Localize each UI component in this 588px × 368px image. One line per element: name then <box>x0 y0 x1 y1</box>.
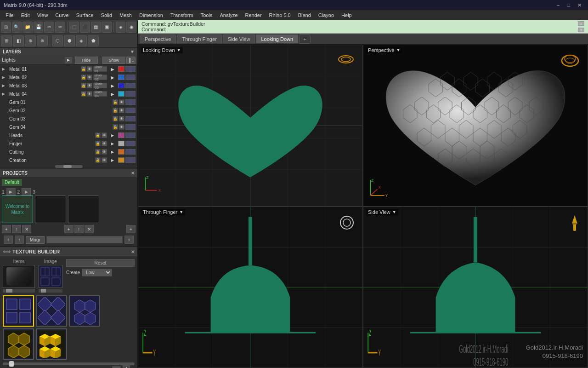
tb-btn-24[interactable]: ⊗ <box>37 35 48 46</box>
tile-x-up[interactable]: ▲ <box>123 365 130 368</box>
tb-btn-23[interactable]: ⊕ <box>25 35 36 46</box>
viewport-looking-down[interactable]: Z X Looking Down ▼ <box>138 45 363 207</box>
gem03-eye[interactable]: 👁 <box>119 116 124 121</box>
finger-expand[interactable]: ▶ <box>108 141 117 146</box>
menu-item-analyze[interactable]: Analyze <box>216 12 241 19</box>
layer-row-finger[interactable]: Finger 🔒 👁 ▶ <box>0 139 137 148</box>
menu-item-edit[interactable]: Edit <box>17 12 34 19</box>
layer-row-cutting[interactable]: Cutting 🔒 👁 ▶ <box>0 148 137 156</box>
layer-lights[interactable]: Lights <box>2 58 65 63</box>
menu-item-clayoo[interactable]: Clayoo <box>315 12 338 19</box>
expand-icon-2[interactable]: ▶ <box>108 75 117 80</box>
nav-arrow-end[interactable]: ▶ <box>22 188 31 196</box>
menu-item-help[interactable]: Help <box>338 12 356 19</box>
pattern-gold-hex[interactable] <box>3 328 34 360</box>
color-swatch-metal04[interactable] <box>118 91 124 97</box>
menu-item-file[interactable]: File <box>2 12 17 19</box>
cutting-expand[interactable]: ▶ <box>108 149 117 155</box>
vp-dropdown-looking-down[interactable]: ▼ <box>177 48 181 52</box>
tb-btn-3[interactable]: 📁 <box>23 22 33 33</box>
projects-close[interactable]: ✕ <box>131 171 135 176</box>
cutting-color[interactable] <box>118 149 124 155</box>
tb-btn-11[interactable]: ◈ <box>116 22 126 33</box>
default-label[interactable]: Default <box>2 179 22 186</box>
tb-close[interactable]: ✕ <box>131 249 135 254</box>
tile-x-stepper[interactable]: ▲ ▼ <box>123 365 130 368</box>
tab-side-view[interactable]: Side View <box>223 34 255 43</box>
creation-eye[interactable]: 👁 <box>102 157 107 163</box>
cutting-icon[interactable]: 🔒 <box>95 149 101 155</box>
menu-item-blend[interactable]: Blend <box>294 12 315 19</box>
viewport-perspective[interactable]: Z Y X Perspective ▼ <box>363 45 588 207</box>
project-action-move[interactable]: ↑ <box>74 225 84 233</box>
layer-row-gem01[interactable]: Gem 01 🔒 👁 <box>0 98 137 106</box>
menu-item-solid[interactable]: Solid <box>97 12 116 19</box>
lock-icon[interactable]: 🔒 <box>81 66 86 72</box>
project-thumb-3[interactable] <box>68 196 99 223</box>
gem02-icon[interactable]: 🔒 <box>113 108 118 113</box>
menu-item-dimension[interactable]: Dimension <box>136 12 167 19</box>
tb-btn-27[interactable]: ◈ <box>76 35 87 46</box>
tb-btn-12[interactable]: ◉ <box>126 22 136 33</box>
lock-icon-4[interactable]: 🔒 <box>81 91 86 97</box>
projects-header[interactable]: PROJECTS ✕ <box>0 169 137 177</box>
tab-add[interactable]: + <box>299 34 310 44</box>
layer-expand-btn[interactable]: ▶ <box>65 57 72 63</box>
cutting-eye[interactable]: 👁 <box>102 149 107 155</box>
show-button[interactable]: Show <box>102 57 125 64</box>
heads-expand[interactable]: ▶ <box>108 132 117 138</box>
menu-item-render[interactable]: Render <box>242 12 266 19</box>
gem04-eye[interactable]: 👁 <box>119 124 124 130</box>
layer-row-creation[interactable]: Creation 🔒 👁 ▶ <box>0 156 137 164</box>
expand-icon-3[interactable]: ▶ <box>108 83 117 88</box>
layer-row-metal04[interactable]: ▶ Metal 04 🔒 👁 User 04 ▶ <box>0 90 137 98</box>
tb-btn-5[interactable]: ✂ <box>44 22 54 33</box>
heads-icon[interactable]: 🔒 <box>95 132 101 138</box>
finger-eye[interactable]: 👁 <box>102 141 107 146</box>
tb-btn-4[interactable]: 💾 <box>34 22 44 33</box>
pattern-grid-square[interactable] <box>3 295 34 327</box>
reset-button[interactable]: Reset <box>66 259 135 267</box>
lock-icon-2[interactable]: 🔒 <box>81 75 86 80</box>
lock-icon-3[interactable]: 🔒 <box>81 83 86 88</box>
color-swatch-metal03[interactable] <box>118 83 124 88</box>
project-action-del[interactable]: ✕ <box>85 225 94 233</box>
hide-button[interactable]: Hide <box>75 57 98 64</box>
eye-icon-4[interactable]: 👁 <box>87 91 92 97</box>
vp-dropdown-through-finger[interactable]: ▼ <box>179 210 183 214</box>
viewport-through-finger[interactable]: Z Y Through Finger ▼ <box>138 207 363 368</box>
creation-expand[interactable]: ▶ <box>108 157 117 163</box>
tb-btn-2[interactable]: 🔍 <box>12 22 22 33</box>
cmd-scroll-up[interactable]: ▲ <box>578 21 584 26</box>
eye-icon[interactable]: 👁 <box>87 66 92 72</box>
layer-row-gem02[interactable]: Gem 02 🔒 👁 <box>0 106 137 115</box>
vp-dropdown-perspective[interactable]: ▼ <box>396 48 400 52</box>
tb-btn-25[interactable]: ⬡ <box>52 35 63 46</box>
tb-btn-21[interactable]: ⊞ <box>1 35 12 46</box>
tb-btn-6[interactable]: ✏ <box>55 22 65 33</box>
mngr-icon-1[interactable]: + <box>4 236 13 244</box>
finger-icon[interactable]: 🔒 <box>95 141 101 146</box>
menu-item-rhino-5.0[interactable]: Rhino 5.0 <box>266 12 294 19</box>
creation-icon[interactable]: 🔒 <box>95 157 101 163</box>
project-action-add[interactable]: + <box>64 225 74 233</box>
pattern-hexagon[interactable] <box>69 295 100 327</box>
tb-btn-8[interactable]: ⬛ <box>80 22 90 33</box>
tb-slider[interactable] <box>3 362 135 365</box>
menu-item-transform[interactable]: Transform <box>167 12 197 19</box>
pattern-gold-cube[interactable] <box>36 328 67 360</box>
mngr-input[interactable] <box>46 236 123 243</box>
gem03-icon[interactable]: 🔒 <box>113 116 118 121</box>
viewport-side-view[interactable]: Gold2012.ir-H.Moradi 0915-918-6190 Z Y S… <box>363 207 588 368</box>
menu-item-surface[interactable]: Surface <box>73 12 97 19</box>
layer-row-metal03[interactable]: ▶ Metal 03 🔒 👁 User 03 ▶ <box>0 81 137 90</box>
tb-btn-22[interactable]: ◧ <box>13 35 24 46</box>
tab-looking-down[interactable]: Looking Down <box>256 34 298 43</box>
menu-item-curve[interactable]: Curve <box>51 12 72 19</box>
cmd-scroll-down[interactable]: ▼ <box>578 28 584 32</box>
project-move-up-btn[interactable]: ↑ <box>12 225 21 233</box>
tb-items-scroll[interactable] <box>3 289 35 293</box>
close-button[interactable]: ✕ <box>575 1 584 9</box>
project-action-extra[interactable]: + <box>126 225 136 233</box>
gem02-eye[interactable]: 👁 <box>119 108 124 113</box>
